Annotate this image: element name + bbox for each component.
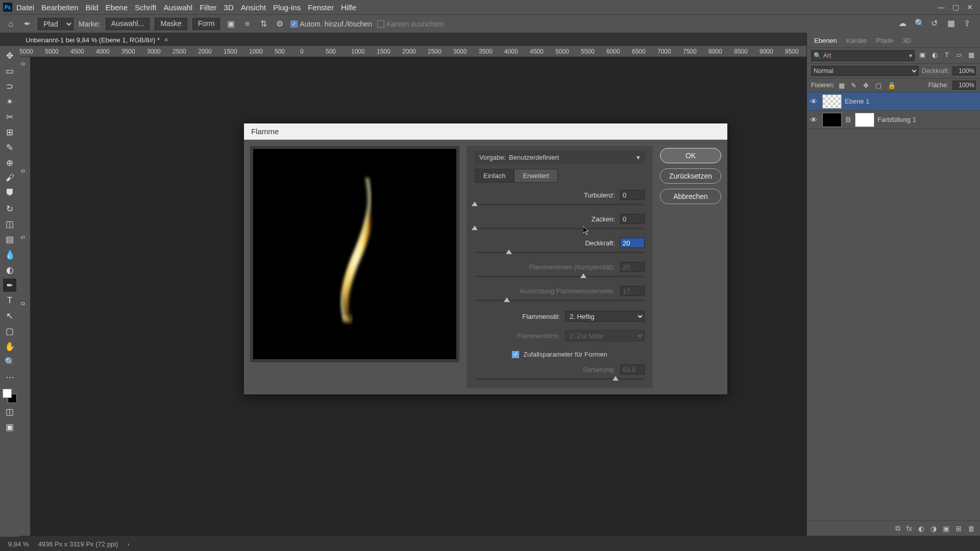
eraser-tool-icon[interactable]: ◫ <box>3 217 16 231</box>
lock-paint-icon[interactable]: ✎ <box>851 82 859 89</box>
jag-input[interactable] <box>620 214 645 224</box>
flame-style-select[interactable]: 2. Heftig <box>565 311 645 322</box>
stamp-tool-icon[interactable]: ⛊ <box>3 187 16 200</box>
share-icon[interactable]: ⇪ <box>964 18 975 30</box>
menu-item-plug-ins[interactable]: Plug-ins <box>273 3 301 12</box>
jag-slider[interactable] <box>475 228 645 230</box>
filter-img-icon[interactable]: ▣ <box>918 51 927 60</box>
menu-item-ansicht[interactable]: Ansicht <box>241 3 266 12</box>
blend-mode-select[interactable]: Normal <box>811 66 919 76</box>
panel-tab-ebenen[interactable]: Ebenen <box>812 36 839 45</box>
gear-icon[interactable]: ⚙ <box>274 18 285 30</box>
chevron-right-icon[interactable]: › <box>127 540 129 548</box>
group-icon[interactable]: ▣ <box>943 524 949 533</box>
opacity-input[interactable] <box>620 238 645 248</box>
marquee-tool-icon[interactable]: ▭ <box>3 64 16 78</box>
type-tool-icon[interactable]: T <box>3 294 16 307</box>
link-icon[interactable]: ⧉ <box>895 524 900 533</box>
path-select-icon[interactable]: ↖ <box>3 309 16 322</box>
menu-item-bearbeiten[interactable]: Bearbeiten <box>41 3 79 12</box>
menu-item-auswahl[interactable]: Auswahl <box>164 3 193 12</box>
blur-tool-icon[interactable]: 💧 <box>3 248 16 261</box>
search-icon[interactable]: 🔍 <box>915 18 926 30</box>
preset-dropdown[interactable]: Vorgabe: Benutzerdefiniert ▾ <box>475 151 645 164</box>
close-icon[interactable]: ✕ <box>963 3 977 11</box>
pen-tool-icon[interactable]: ✒ <box>3 279 16 292</box>
shape-tool-icon[interactable]: ▢ <box>3 324 16 338</box>
dodge-tool-icon[interactable]: ◐ <box>3 263 16 277</box>
document-tab[interactable]: Unbenannt-1 bei 9,84 % (Ebene 1, RGB/8#)… <box>19 34 175 46</box>
minimize-icon[interactable]: — <box>934 3 948 11</box>
adjustment-icon[interactable]: ◑ <box>930 524 937 533</box>
cloud-icon[interactable]: ☁ <box>898 18 910 30</box>
tab-close-icon[interactable]: ✕ <box>164 37 168 43</box>
history-icon[interactable]: ↺ <box>931 18 942 30</box>
menu-item-filter[interactable]: Filter <box>200 3 216 12</box>
eyedropper-tool-icon[interactable]: ✎ <box>3 141 16 154</box>
random-shapes-checkbox[interactable]: ✓ <box>512 351 519 358</box>
shape-button[interactable]: Form <box>192 18 220 30</box>
menu-item-bild[interactable]: Bild <box>86 3 99 12</box>
move-tool-icon[interactable]: ✥ <box>3 49 16 62</box>
lock-pixels-icon[interactable]: ▦ <box>839 82 847 89</box>
layer-mask-thumb[interactable] <box>855 113 874 127</box>
maximize-icon[interactable]: ▢ <box>948 3 963 11</box>
tab-simple[interactable]: Einfach <box>475 169 514 183</box>
lock-artboard-icon[interactable]: ▢ <box>875 82 884 89</box>
checkbox-icon[interactable]: ✓ <box>290 20 298 28</box>
dialog-title-bar[interactable]: Flamme <box>244 123 727 140</box>
color-swatch[interactable] <box>3 389 17 403</box>
frame-tool-icon[interactable]: ⊞ <box>3 126 16 139</box>
screenmode-icon[interactable]: ▣ <box>3 420 16 434</box>
layer-thumb[interactable] <box>822 94 842 109</box>
cancel-button[interactable]: Abbrechen <box>660 189 721 204</box>
filter-adj-icon[interactable]: ◐ <box>930 51 939 60</box>
turbulence-input[interactable] <box>620 190 645 200</box>
opacity-input[interactable] <box>952 66 976 76</box>
zoom-level[interactable]: 9,84 % <box>8 540 29 548</box>
pen-tool-icon[interactable]: ✒ <box>21 18 33 30</box>
panel-tab-3d[interactable]: 3D <box>900 36 913 45</box>
visibility-icon[interactable]: 👁 <box>810 116 819 124</box>
turbulence-slider[interactable] <box>475 204 645 206</box>
filter-type-icon[interactable]: T <box>942 51 951 60</box>
layer-search[interactable]: 🔍Art▾ <box>811 50 915 61</box>
panel-tab-pfade[interactable]: Pfade <box>874 36 895 45</box>
mask-button[interactable]: Maske <box>155 18 187 30</box>
visibility-icon[interactable]: 👁 <box>810 97 819 106</box>
menu-item-fenster[interactable]: Fenster <box>308 3 334 12</box>
crop-tool-icon[interactable]: ✂ <box>3 110 16 123</box>
zoom-tool-icon[interactable]: 🔍 <box>3 355 16 368</box>
lock-pos-icon[interactable]: ✥ <box>863 82 871 89</box>
workspace-icon[interactable]: ▦ <box>947 18 959 30</box>
opacity-slider[interactable] <box>475 252 645 254</box>
menu-item-ebene[interactable]: Ebene <box>106 3 128 12</box>
arrange-icon[interactable]: ⇅ <box>258 18 269 30</box>
history-brush-icon[interactable]: ↻ <box>3 202 16 215</box>
filter-smart-icon[interactable]: ▦ <box>967 51 976 60</box>
trash-icon[interactable]: 🗑 <box>968 524 975 533</box>
gradient-tool-icon[interactable]: ▤ <box>3 233 16 246</box>
link-icon[interactable]: ⛓ <box>845 116 852 123</box>
filter-shape-icon[interactable]: ▱ <box>954 51 964 60</box>
wand-tool-icon[interactable]: ✴ <box>3 95 16 108</box>
ok-button[interactable]: OK <box>660 148 721 163</box>
lasso-tool-icon[interactable]: ⊃ <box>3 80 16 93</box>
checkbox-icon[interactable] <box>377 20 384 28</box>
selection-button[interactable]: Auswahl... <box>106 18 150 30</box>
mode-select[interactable]: Pfad <box>38 18 74 30</box>
lock-all-icon[interactable]: 🔒 <box>888 82 896 89</box>
menu-item-schrift[interactable]: Schrift <box>135 3 157 12</box>
layer-thumb[interactable] <box>822 113 842 127</box>
heal-tool-icon[interactable]: ⊕ <box>3 156 16 169</box>
hand-tool-icon[interactable]: ✋ <box>3 340 16 353</box>
more-tools-icon[interactable]: ⋯ <box>3 370 16 384</box>
fx-icon[interactable]: fx <box>906 524 912 533</box>
brush-tool-icon[interactable]: 🖌 <box>3 171 16 185</box>
menu-item-datei[interactable]: Datei <box>16 3 34 12</box>
tab-advanced[interactable]: Erweitert <box>514 169 557 183</box>
layer-name[interactable]: Farbfüllung 1 <box>877 116 916 123</box>
home-icon[interactable]: ⌂ <box>5 18 16 30</box>
menu-item-3d[interactable]: 3D <box>224 3 234 12</box>
mask-icon[interactable]: ◐ <box>918 524 924 533</box>
